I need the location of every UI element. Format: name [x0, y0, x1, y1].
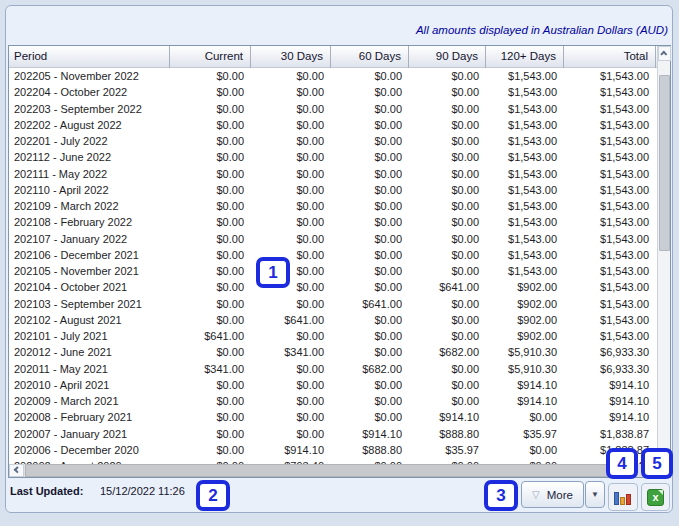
table-row[interactable]: 202110 - April 2022$0.00$0.00$0.00$0.00$… — [9, 182, 657, 198]
amount-cell: $1,543.00 — [486, 247, 564, 263]
table-row[interactable]: 202010 - April 2021$0.00$0.00$0.00$0.00$… — [9, 377, 657, 393]
vertical-scrollbar[interactable] — [657, 46, 670, 477]
column-header-60-days[interactable]: 60 Days — [331, 46, 409, 68]
amount-cell: $914.10 — [331, 426, 409, 442]
column-header-total[interactable]: Total — [564, 46, 656, 68]
column-header-90-days[interactable]: 90 Days — [409, 46, 486, 68]
amount-cell: $6,933.30 — [564, 361, 656, 377]
more-dropdown-button[interactable]: ▼ — [585, 481, 605, 508]
period-cell: 202202 - August 2022 — [9, 117, 170, 133]
vertical-scrollbar-thumb[interactable] — [659, 75, 670, 251]
last-updated-label: Last Updated: — [10, 485, 83, 497]
amount-cell: $641.00 — [331, 296, 409, 312]
table-row[interactable]: 202204 - October 2022$0.00$0.00$0.00$0.0… — [9, 84, 657, 100]
period-cell: 202006 - December 2020 — [9, 442, 170, 458]
amount-cell: $0.00 — [331, 68, 409, 84]
table-row[interactable]: 202008 - February 2021$0.00$0.00$0.00$91… — [9, 409, 657, 425]
amount-cell: $0.00 — [409, 361, 486, 377]
chart-button[interactable] — [608, 483, 638, 511]
amount-cell: $902.00 — [486, 296, 564, 312]
amount-cell: $0.00 — [331, 182, 409, 198]
table-row[interactable]: 202009 - March 2021$0.00$0.00$0.00$0.00$… — [9, 393, 657, 409]
column-header-30-days[interactable]: 30 Days — [251, 46, 331, 68]
annotation-marker-2: 2 — [196, 480, 230, 511]
amount-cell: $0.00 — [331, 166, 409, 182]
amount-cell: $35.97 — [486, 426, 564, 442]
table-row[interactable]: 202012 - June 2021$0.00$341.00$0.00$682.… — [9, 344, 657, 360]
table-row[interactable]: 202102 - August 2021$0.00$641.00$0.00$0.… — [9, 312, 657, 328]
table-row[interactable]: 202203 - September 2022$0.00$0.00$0.00$0… — [9, 101, 657, 117]
table-row[interactable]: 202105 - November 2021$0.00$0.00$0.00$0.… — [9, 263, 657, 279]
amount-cell: $1,543.00 — [564, 247, 656, 263]
amount-cell: $0.00 — [170, 101, 251, 117]
amount-cell: $0.00 — [251, 84, 331, 100]
annotation-marker-1: 1 — [256, 257, 290, 288]
amount-cell: $914.10 — [564, 377, 656, 393]
amount-cell: $0.00 — [331, 312, 409, 328]
amount-cell: $0.00 — [170, 182, 251, 198]
amount-cell: $0.00 — [331, 231, 409, 247]
table-row[interactable]: 202111 - May 2022$0.00$0.00$0.00$0.00$1,… — [9, 166, 657, 182]
period-cell: 202112 - June 2022 — [9, 149, 170, 165]
amount-cell: $682.00 — [409, 344, 486, 360]
export-excel-button[interactable]: x — [641, 483, 670, 511]
table-row[interactable]: 202011 - May 2021$341.00$0.00$682.00$0.0… — [9, 361, 657, 377]
chevron-up-icon — [660, 51, 667, 58]
scroll-left-button[interactable] — [9, 464, 24, 477]
amount-cell: $0.00 — [331, 214, 409, 230]
currency-notice: All amounts displayed in Australian Doll… — [416, 24, 668, 36]
amount-cell: $0.00 — [331, 328, 409, 344]
table-row[interactable]: 202112 - June 2022$0.00$0.00$0.00$0.00$1… — [9, 149, 657, 165]
amount-cell: $0.00 — [170, 84, 251, 100]
scroll-up-button[interactable] — [658, 46, 671, 61]
column-header-period[interactable]: Period — [9, 46, 170, 68]
horizontal-scrollbar-thumb[interactable] — [25, 464, 633, 477]
amount-cell: $0.00 — [170, 409, 251, 425]
table-row[interactable]: 202006 - December 2020$0.00$914.10$888.8… — [9, 442, 657, 458]
amount-cell: $0.00 — [170, 344, 251, 360]
amount-cell: $0.00 — [486, 442, 564, 458]
table-row[interactable]: 202201 - July 2022$0.00$0.00$0.00$0.00$1… — [9, 133, 657, 149]
more-button[interactable]: ▽ More — [521, 481, 584, 508]
table-row[interactable]: 202107 - January 2022$0.00$0.00$0.00$0.0… — [9, 231, 657, 247]
horizontal-scrollbar[interactable] — [9, 464, 657, 477]
table-row[interactable]: 202109 - March 2022$0.00$0.00$0.00$0.00$… — [9, 198, 657, 214]
amount-cell: $0.00 — [409, 377, 486, 393]
amount-cell: $0.00 — [409, 149, 486, 165]
amount-cell: $0.00 — [409, 247, 486, 263]
period-cell: 202102 - August 2021 — [9, 312, 170, 328]
table-row[interactable]: 202103 - September 2021$0.00$0.00$641.00… — [9, 296, 657, 312]
amount-cell: $0.00 — [251, 393, 331, 409]
column-header-120-days[interactable]: 120+ Days — [486, 46, 564, 68]
table-row[interactable]: 202108 - February 2022$0.00$0.00$0.00$0.… — [9, 214, 657, 230]
amount-cell: $1,543.00 — [564, 214, 656, 230]
amount-cell: $902.00 — [486, 279, 564, 295]
table-row[interactable]: 202101 - July 2021$641.00$0.00$0.00$0.00… — [9, 328, 657, 344]
amount-cell: $1,543.00 — [486, 214, 564, 230]
table-row[interactable]: 202202 - August 2022$0.00$0.00$0.00$0.00… — [9, 117, 657, 133]
aging-table-body: 202205 - November 2022$0.00$0.00$0.00$0.… — [9, 68, 657, 464]
amount-cell: $0.00 — [251, 214, 331, 230]
amount-cell: $0.00 — [409, 296, 486, 312]
amount-cell: $0.00 — [251, 182, 331, 198]
more-button-label: More — [547, 489, 573, 501]
period-cell: 202110 - April 2022 — [9, 182, 170, 198]
amount-cell: $0.00 — [251, 166, 331, 182]
period-cell: 202009 - March 2021 — [9, 393, 170, 409]
column-header-current[interactable]: Current — [170, 46, 251, 68]
dropdown-arrow-icon: ▼ — [591, 491, 599, 499]
amount-cell: $0.00 — [409, 312, 486, 328]
table-row[interactable]: 202104 - October 2021$0.00$0.00$0.00$641… — [9, 279, 657, 295]
amount-cell: $0.00 — [409, 117, 486, 133]
period-cell: 202204 - October 2022 — [9, 84, 170, 100]
amount-cell: $0.00 — [409, 393, 486, 409]
amount-cell: $1,543.00 — [564, 296, 656, 312]
period-cell: 202105 - November 2021 — [9, 263, 170, 279]
amount-cell: $0.00 — [170, 214, 251, 230]
table-row[interactable]: 202007 - January 2021$0.00$0.00$914.10$8… — [9, 426, 657, 442]
table-row[interactable]: 202205 - November 2022$0.00$0.00$0.00$0.… — [9, 68, 657, 84]
report-window: All amounts displayed in Australian Doll… — [0, 0, 679, 526]
table-row[interactable]: 202106 - December 2021$0.00$0.00$0.00$0.… — [9, 247, 657, 263]
amount-cell: $5,910.30 — [486, 361, 564, 377]
amount-cell: $1,543.00 — [564, 117, 656, 133]
